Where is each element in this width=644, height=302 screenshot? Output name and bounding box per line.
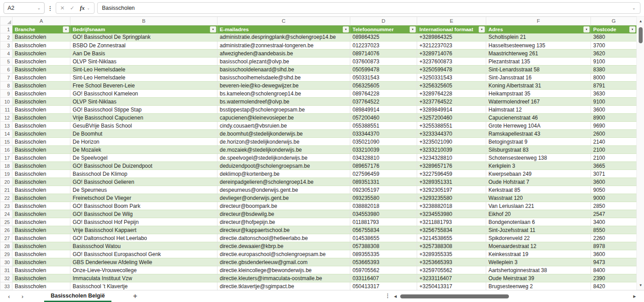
table-cell[interactable]: GesuBVrije Basis School	[70, 122, 217, 130]
filter-dropdown-button[interactable]: ▼	[343, 26, 349, 33]
table-cell[interactable]: Basisscholen	[12, 122, 70, 130]
table-cell[interactable]: cindy.cousaert@vbsruien.be	[217, 122, 350, 130]
row-number[interactable]: 5	[0, 58, 12, 66]
table-cell[interactable]: administratie@zonnestraal-tongeren.be	[217, 41, 350, 50]
table-cell[interactable]: OLVP Sint-Niklaas	[70, 58, 217, 66]
table-cell[interactable]: Grote Herreweg 104A	[486, 122, 591, 130]
table-cell[interactable]: Sint-Jansstraat 16	[486, 74, 591, 82]
table-cell[interactable]: 053665393	[350, 258, 417, 266]
table-cell[interactable]: Hasseltsesteenweg 135	[486, 41, 591, 50]
table-cell[interactable]: deduizendpoot@scholengroepsam.be	[217, 162, 350, 170]
table-cell[interactable]: directeur@hofpepijn.be	[217, 218, 350, 226]
next-sheet-icon[interactable]: ›	[21, 294, 23, 299]
table-cell[interactable]: Eikhof 20	[486, 210, 591, 218]
table-cell[interactable]: Basisscholen	[12, 282, 70, 290]
table-cell[interactable]: De Mozaïek	[70, 146, 217, 154]
table-cell[interactable]: Welleplein 3	[486, 258, 591, 266]
scroll-down-icon[interactable]: ▼	[637, 283, 644, 287]
previous-sheet-icon[interactable]: ‹	[8, 294, 10, 299]
select-all-corner[interactable]	[0, 17, 12, 25]
table-cell[interactable]: 2260	[591, 234, 637, 242]
table-cell[interactable]: 055388551	[350, 122, 417, 130]
function-chevron-down-icon[interactable]: ⌄	[87, 6, 90, 10]
name-box[interactable]: A2 ⌄	[4, 2, 45, 14]
table-cell[interactable]: +3237764522	[417, 98, 486, 106]
table-cell[interactable]: GO! Daltonschool Het Leerlabo	[70, 234, 217, 242]
table-column-header[interactable]: Internationaal formaat▼	[417, 25, 486, 33]
table-cell[interactable]: +3233210039	[417, 146, 486, 154]
table-cell[interactable]: +3255388551	[417, 122, 486, 130]
table-cell[interactable]: de.boomhut@stedelijkonderwijs.be	[217, 130, 350, 138]
row-number[interactable]: 27	[0, 234, 12, 242]
table-cell[interactable]: 056755834	[350, 226, 417, 234]
table-cell[interactable]: +3234328810	[417, 154, 486, 162]
tab-basisscholen-belgie[interactable]: Basisscholen België	[44, 290, 112, 302]
table-cell[interactable]: +3250331543	[417, 74, 486, 82]
table-cell[interactable]: capucienen@kleinevosieper.be	[217, 114, 350, 122]
table-cell[interactable]: directie.kleuters@immaculata-oostmalle.b…	[217, 274, 350, 282]
table-cell[interactable]: 3620	[591, 50, 637, 58]
table-cell[interactable]: +3259705562	[417, 266, 486, 274]
table-cell[interactable]: Basisscholen	[12, 250, 70, 258]
table-cell[interactable]: 3071	[591, 170, 637, 178]
table-cell[interactable]: GO! Basisschool De Duizendpoot	[70, 162, 217, 170]
table-cell[interactable]: Basisscholen	[12, 202, 70, 210]
row-number[interactable]: 12	[0, 114, 12, 122]
row-number[interactable]: 29	[0, 250, 12, 258]
filter-dropdown-button[interactable]: ▼	[410, 26, 416, 33]
table-cell[interactable]: Basisscholen	[12, 106, 70, 114]
table-column-header[interactable]: Adres▼	[486, 25, 591, 33]
table-cell[interactable]: +3250413317	[417, 282, 486, 290]
table-cell[interactable]: 3665	[591, 162, 637, 170]
table-cell[interactable]: Spikdorenveld 22	[486, 234, 591, 242]
table-cell[interactable]: +3250599478	[417, 66, 486, 74]
table-cell[interactable]: BSBO De Zonnestraal	[70, 41, 217, 50]
table-cell[interactable]: Basisscholen	[12, 170, 70, 178]
table-cell[interactable]: 089864325	[350, 33, 417, 41]
table-cell[interactable]: Van Leriuslaan 221	[486, 202, 591, 210]
table-cell[interactable]: bs.kameleon@scholengroep14.be	[217, 90, 350, 98]
table-column-header[interactable]: Telefoonnummer▼	[350, 25, 417, 33]
table-cell[interactable]: +3234553980	[417, 210, 486, 218]
table-cell[interactable]: Basisscholen	[12, 66, 70, 74]
table-cell[interactable]: +3289849914	[417, 106, 486, 114]
table-cell[interactable]: Immaculata Instituut Vzw	[70, 274, 217, 282]
table-cell[interactable]: de.speelvogel@stedelijkonderwijs.be	[217, 154, 350, 162]
row-number[interactable]: 25	[0, 218, 12, 226]
table-cell[interactable]: 012237023	[350, 41, 417, 50]
table-cell[interactable]: 2850	[591, 202, 637, 210]
table-cell[interactable]: 050413317	[350, 282, 417, 290]
row-number[interactable]: 11	[0, 106, 12, 114]
table-cell[interactable]: Sint-Jozefsstraat 11	[486, 226, 591, 234]
table-cell[interactable]: Basisscholen	[12, 41, 70, 50]
filter-dropdown-button[interactable]: ▼	[479, 26, 485, 33]
row-number[interactable]: 14	[0, 130, 12, 138]
table-cell[interactable]: Basisscholen	[12, 218, 70, 226]
table-cell[interactable]: de.horizon@stedelijkonderwijs.be	[217, 138, 350, 146]
table-cell[interactable]: 034553980	[350, 210, 417, 218]
table-cell[interactable]: +3233116407	[417, 274, 486, 282]
sheetbar-options-handle[interactable]: ⋮	[385, 293, 390, 299]
table-cell[interactable]: Free School Beveren-Leie	[70, 82, 217, 90]
table-cell[interactable]: +3289657176	[417, 162, 486, 170]
add-sheet-button[interactable]: +	[133, 292, 137, 301]
table-cell[interactable]: 9473	[591, 258, 637, 266]
table-cell[interactable]: Moenaardestraat 12	[486, 242, 591, 250]
formula-input[interactable]: Basisscholen ⌄	[97, 2, 640, 14]
table-cell[interactable]: Vrije Basisschool Capucienen	[70, 114, 217, 122]
table-cell[interactable]: De Horizon	[70, 138, 217, 146]
table-cell[interactable]: Basisscholen	[12, 266, 70, 274]
table-cell[interactable]: bsstippestap@scholengroepsam.be	[217, 106, 350, 114]
table-cell[interactable]: Oude Hofstraat 7	[486, 178, 591, 186]
table-cell[interactable]: GO! Basisschool Europaschool Genk	[70, 250, 217, 258]
table-cell[interactable]: Basisscholen	[12, 50, 70, 58]
table-cell[interactable]: 2390	[591, 274, 637, 282]
table-cell[interactable]: GO! Basisschool Kameleon	[70, 90, 217, 98]
table-cell[interactable]: basisschoolhemelsdaele@slhd.be	[217, 74, 350, 82]
horizontal-scrollbar-thumb[interactable]	[400, 294, 509, 298]
table-cell[interactable]: Sint-Lenardsstraat 58	[486, 66, 591, 74]
table-cell[interactable]: devlieger@onderwijs.gent.be	[217, 194, 350, 202]
row-number[interactable]: 32	[0, 274, 12, 282]
cancel-entry-icon[interactable]: ✕	[60, 5, 65, 11]
table-cell[interactable]: +3293235580	[417, 194, 486, 202]
